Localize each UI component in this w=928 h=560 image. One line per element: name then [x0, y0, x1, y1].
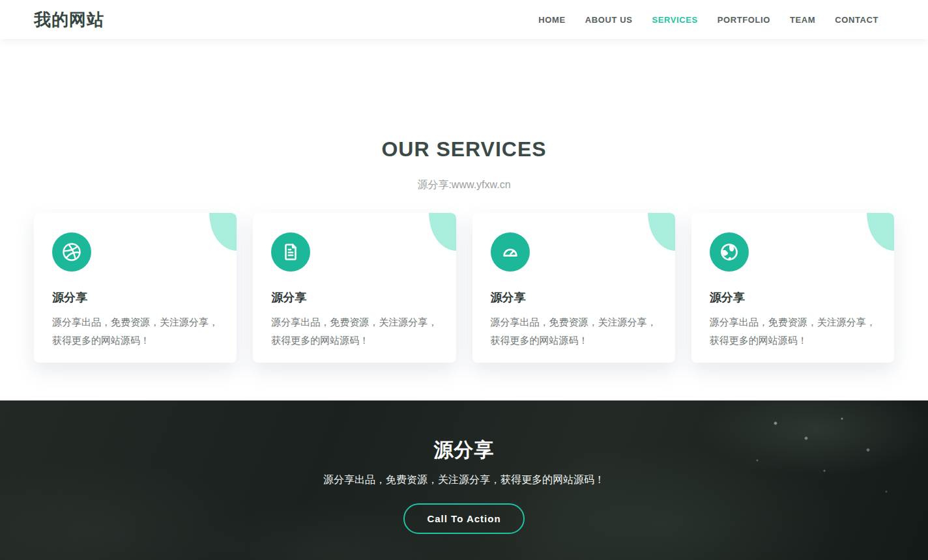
card-title: 源分享	[52, 290, 218, 305]
file-text-icon	[271, 232, 310, 272]
nav-item-team[interactable]: TEAM	[790, 15, 815, 25]
speedometer-icon	[491, 232, 530, 272]
service-cards-row: 源分享 源分享出品，免费资源，关注源分享，获得更多的网站源码！ 源分享 源分享出…	[0, 213, 928, 363]
card-description: 源分享出品，免费资源，关注源分享，获得更多的网站源码！	[271, 313, 437, 350]
nav-item-home[interactable]: HOME	[538, 15, 565, 25]
card-corner-decoration	[648, 213, 675, 251]
service-card[interactable]: 源分享 源分享出品，免费资源，关注源分享，获得更多的网站源码！	[253, 213, 456, 363]
card-description: 源分享出品，免费资源，关注源分享，获得更多的网站源码！	[52, 313, 218, 350]
card-description: 源分享出品，免费资源，关注源分享，获得更多的网站源码！	[491, 313, 657, 350]
card-corner-decoration	[867, 213, 894, 251]
cta-section: 源分享 源分享出品，免费资源，关注源分享，获得更多的网站源码！ Call To …	[0, 400, 928, 560]
service-card[interactable]: 源分享 源分享出品，免费资源，关注源分享，获得更多的网站源码！	[472, 213, 675, 363]
services-section: OUR SERVICES 源分享:www.yfxw.cn 源分享 源分享出品，免…	[0, 39, 928, 400]
card-corner-decoration	[209, 213, 237, 251]
section-title: OUR SERVICES	[0, 139, 928, 161]
nav-item-about-us[interactable]: ABOUT US	[585, 15, 633, 25]
site-logo[interactable]: 我的网站	[34, 8, 104, 31]
nav-item-contact[interactable]: CONTACT	[835, 15, 878, 25]
globe-icon	[710, 232, 749, 272]
card-corner-decoration	[429, 213, 456, 251]
card-title: 源分享	[271, 290, 437, 305]
cta-title: 源分享	[0, 437, 928, 464]
card-description: 源分享出品，免费资源，关注源分享，获得更多的网站源码！	[710, 313, 876, 350]
card-title: 源分享	[710, 290, 876, 305]
cta-text: 源分享出品，免费资源，关注源分享，获得更多的网站源码！	[0, 473, 928, 487]
service-card[interactable]: 源分享 源分享出品，免费资源，关注源分享，获得更多的网站源码！	[34, 213, 237, 363]
card-title: 源分享	[491, 290, 657, 305]
nav-item-services[interactable]: SERVICES	[652, 15, 697, 25]
main-nav: HOME ABOUT US SERVICES PORTFOLIO TEAM CO…	[538, 15, 878, 25]
service-card[interactable]: 源分享 源分享出品，免费资源，关注源分享，获得更多的网站源码！	[691, 213, 894, 363]
call-to-action-button[interactable]: Call To Action	[403, 503, 524, 534]
header: 我的网站 HOME ABOUT US SERVICES PORTFOLIO TE…	[0, 0, 928, 39]
section-subtitle: 源分享:www.yfxw.cn	[0, 178, 928, 192]
nav-item-portfolio[interactable]: PORTFOLIO	[718, 15, 770, 25]
dribbble-icon	[52, 232, 91, 272]
